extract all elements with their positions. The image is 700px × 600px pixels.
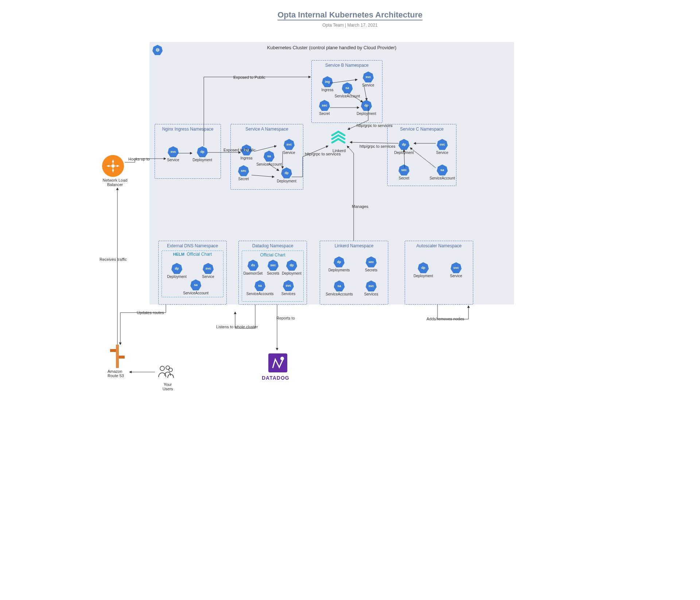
label-adds-removes: Adds/removes nodes: [427, 317, 464, 321]
diagram-canvas: Opta Internal Kubernetes Architecture Op…: [88, 0, 612, 450]
as-service: Service: [443, 274, 469, 278]
b-secret: Secret: [312, 112, 337, 116]
svg-point-12: [160, 366, 164, 371]
svg-point-16: [280, 357, 284, 360]
nginx-deployment: Deployment: [190, 158, 215, 162]
svg-marker-5: [112, 160, 114, 162]
page-subtitle: Opta Team | March 17, 2021: [88, 23, 612, 28]
extdns-deployment: Deployment: [164, 275, 190, 279]
datadog-chart-title: Official Chart: [242, 252, 303, 258]
extdns-chart-title: Official Chart: [187, 252, 212, 257]
ns-service-b: Service B Namespace ing Ingress svc Serv…: [311, 60, 382, 123]
as-deployment: Deployment: [411, 274, 436, 278]
a-secret: Secret: [231, 177, 256, 181]
ns-service-c: Service C Namespace dp Deployment svc Se…: [387, 124, 456, 186]
label-manages: Manages: [352, 204, 368, 209]
ns-datadog: Datadog Namespace Official Chart ds Daem…: [238, 241, 307, 305]
c-secret: Secret: [391, 176, 417, 180]
ns-linkerd: Linkerd Namespace dp Deployments sec Sec…: [320, 241, 388, 305]
page-title: Opta Internal Kubernetes Architecture: [88, 0, 612, 20]
lk-deployments: Deployments: [324, 268, 354, 272]
a-sa: ServiceAccount: [253, 162, 285, 166]
b-sa: ServiceAccount: [330, 94, 365, 98]
svg-rect-10: [110, 349, 116, 352]
c-deployment: Deployment: [391, 151, 417, 155]
ns-extdns-title: External DNS Namespace: [159, 243, 226, 248]
lk-secrets: Secrets: [358, 268, 384, 272]
nginx-service: Service: [160, 158, 186, 162]
a-deployment: Deployment: [274, 179, 299, 183]
ns-nginx-title: Nginx Ingress Namespace: [155, 127, 221, 132]
label-hooks: Hooks up to: [128, 157, 150, 161]
ns-b-title: Service B Namespace: [312, 63, 382, 68]
label-http-b: http/grpc to services: [357, 123, 392, 128]
users-icon: [157, 365, 175, 382]
c-sa: ServiceAccount: [426, 176, 459, 180]
svg-marker-6: [112, 170, 114, 172]
nlb-label: Network Load Balancer: [98, 178, 132, 187]
ns-linkerd-title: Linkerd Namespace: [320, 243, 388, 248]
svg-rect-15: [268, 353, 287, 372]
dd-deployment: Deployment: [280, 271, 303, 275]
ns-nginx-ingress: Nginx Ingress Namespace svc Service dp D…: [155, 124, 221, 179]
label-reports: Reports to: [276, 316, 295, 320]
lk-sa: ServiceAccounts: [322, 292, 357, 296]
label-http-c: http/grpc to services: [359, 144, 395, 148]
k8s-cluster: ☸ Kubernetes Cluster (control plane hand…: [149, 42, 514, 305]
ns-service-a: Service A Namespace ing Ingress svc Serv…: [230, 124, 303, 190]
label-updates: Updates routes: [137, 310, 164, 315]
label-http-a: http/grpc to services: [305, 152, 341, 156]
lk-services: Services: [358, 292, 384, 296]
ns-datadog-title: Datadog Namespace: [239, 243, 307, 248]
label-exposed-b: Exposed to Public: [233, 75, 265, 80]
c-service: Service: [429, 151, 455, 155]
ns-a-title: Service A Namespace: [231, 127, 303, 132]
label-receives: Receives traffic: [100, 257, 127, 262]
svg-rect-0: [112, 165, 114, 167]
k8s-cluster-label: Kubernetes Cluster (control plane handle…: [149, 45, 514, 50]
route53-label: Amazon Route 53: [108, 369, 129, 378]
label-listens: Listens to whole cluster: [216, 325, 258, 329]
label-exposed-nginx: Exposed to Public: [223, 148, 256, 152]
extdns-sa: ServiceAccount: [179, 291, 212, 295]
svg-point-14: [169, 368, 172, 372]
ns-c-title: Service C Namespace: [388, 127, 456, 132]
helm-icon: HELM: [173, 252, 184, 256]
datadog-label: DATADOG: [262, 375, 289, 381]
svg-rect-11: [119, 356, 125, 359]
dd-services: Services: [276, 292, 301, 296]
dd-sa: ServiceAccounts: [244, 292, 276, 296]
linkerd-icon: [329, 129, 347, 147]
ns-external-dns: External DNS Namespace HELM Official Cha…: [158, 241, 227, 305]
svg-marker-8: [117, 165, 119, 167]
route53-icon: [110, 345, 125, 369]
b-deployment: Deployment: [354, 112, 379, 116]
ns-autoscaler-title: Autoscaler Namespace: [405, 243, 473, 248]
nlb-icon: [102, 155, 124, 177]
extdns-service: Service: [195, 275, 221, 279]
svg-marker-7: [107, 165, 109, 167]
svg-rect-9: [116, 345, 119, 368]
ns-autoscaler: Autoscaler Namespace dp Deployment svc S…: [405, 241, 473, 305]
datadog-icon: [266, 351, 289, 376]
users-label: Your Users: [159, 382, 177, 391]
